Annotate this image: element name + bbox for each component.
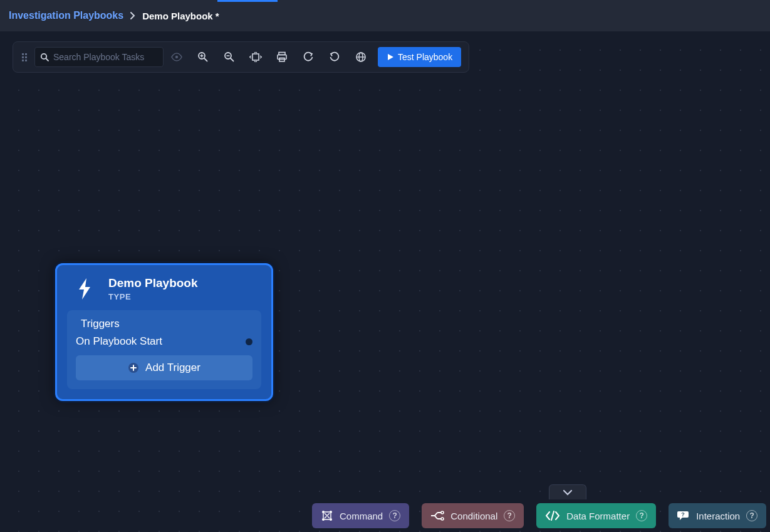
play-icon [387,53,394,61]
svg-point-21 [330,511,332,513]
playbook-start-node[interactable]: Demo Playbook TYPE Triggers On Playbook … [55,263,273,401]
palette-command-label: Command [340,511,383,521]
test-playbook-label: Test Playbook [398,52,452,62]
node-subtitle: TYPE [108,292,198,301]
palette-conditional[interactable]: Conditional ? [422,503,524,528]
test-playbook-button[interactable]: Test Playbook [378,47,461,67]
node-header: Demo Playbook TYPE [67,276,261,310]
svg-line-8 [231,58,234,61]
interaction-icon: ? [677,510,690,521]
code-icon [545,511,560,521]
svg-rect-10 [252,54,259,60]
palette-data-formatter[interactable]: Data Formatter ? [536,503,656,528]
task-palette: Command ? Conditional ? Data Formatter ?… [307,499,770,532]
drag-handle-icon[interactable] [18,53,31,61]
breadcrumb-current: Demo Playbook * [142,11,219,21]
help-icon[interactable]: ? [636,510,647,521]
plus-circle-icon [128,362,139,373]
canvas[interactable]: Test Playbook Demo Playbook TYPE Trigger… [0,31,770,532]
chevron-right-icon [130,11,136,20]
node-title: Demo Playbook [108,276,198,290]
svg-rect-12 [278,55,286,60]
breadcrumb-root-link[interactable]: Investigation Playbooks [9,10,123,21]
active-tab-indicator [217,0,278,2]
fit-screen-icon[interactable] [242,41,269,73]
svg-line-4 [204,58,207,61]
svg-point-20 [322,511,325,513]
svg-point-25 [441,518,444,520]
conditional-icon [430,511,444,521]
svg-text:?: ? [681,511,685,518]
zoom-out-icon[interactable] [216,41,242,73]
search-input[interactable] [53,52,158,62]
globe-icon[interactable] [348,41,374,73]
print-icon[interactable] [269,41,295,73]
lightning-icon [71,277,98,301]
undo-icon[interactable] [321,41,348,73]
trigger-label: On Playbook Start [76,335,162,348]
add-trigger-button[interactable]: Add Trigger [76,355,252,380]
palette-data-formatter-label: Data Formatter [566,511,630,521]
palette-interaction[interactable]: ? Interaction ? [669,503,766,528]
visibility-icon[interactable] [164,41,190,73]
breadcrumb: Investigation Playbooks Demo Playbook * [0,0,770,31]
palette-interaction-label: Interaction [696,511,740,521]
node-body: Triggers On Playbook Start Add Trigger [67,310,261,389]
help-icon[interactable]: ? [746,510,757,521]
svg-point-24 [441,511,444,514]
svg-point-23 [330,518,332,521]
triggers-section-label: Triggers [81,318,252,330]
help-icon[interactable]: ? [389,510,400,521]
redo-icon[interactable] [295,41,321,73]
chevron-down-icon [563,489,573,496]
trigger-row[interactable]: On Playbook Start [76,335,252,348]
svg-line-1 [46,58,48,61]
palette-command[interactable]: Command ? [312,503,409,528]
command-icon [321,509,333,522]
add-trigger-label: Add Trigger [145,362,200,374]
svg-point-22 [322,518,325,521]
toolbar: Test Playbook [13,41,469,73]
palette-conditional-label: Conditional [450,511,497,521]
help-icon[interactable]: ? [504,510,515,521]
connector-port-icon[interactable] [246,338,252,345]
search-input-wrap[interactable] [34,47,164,67]
collapse-palette-button[interactable] [549,484,586,499]
search-icon [40,53,49,62]
svg-point-2 [175,56,178,58]
zoom-in-icon[interactable] [190,41,216,73]
